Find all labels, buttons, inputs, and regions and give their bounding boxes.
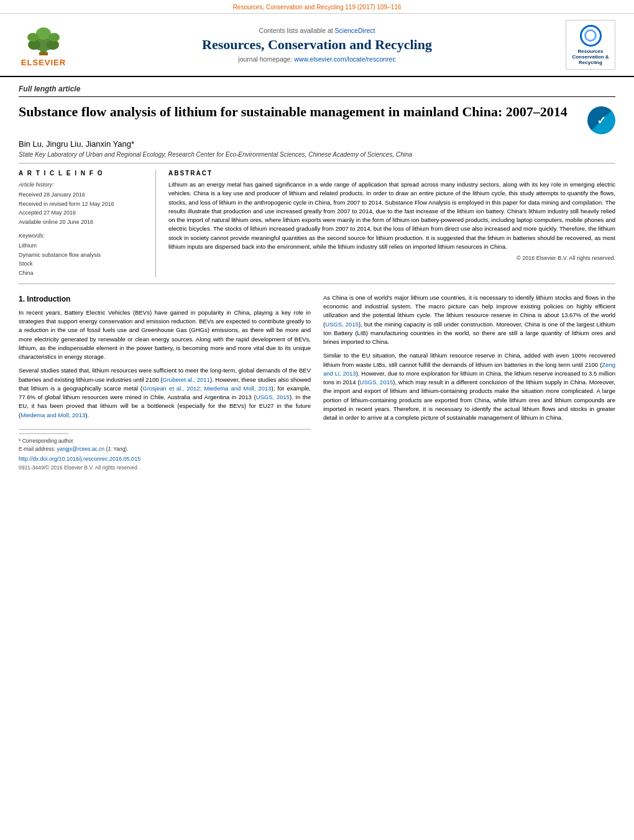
online-date: Available online 20 June 2016 (19, 218, 143, 226)
keyword-lithium: Lithium (19, 241, 143, 250)
crossmark-icon[interactable]: ✓ (587, 106, 615, 134)
usgs-2015-link[interactable]: USGS, 2015 (325, 321, 359, 328)
email-line: E-mail address: yangjx@rcees.ac.cn (J. Y… (19, 445, 311, 453)
rcr-inner-circle-icon (584, 29, 597, 42)
rcr-logo: Resources Conservation & Recycling (566, 20, 615, 70)
right-para-2: Similar to the EU situation, the natural… (323, 351, 615, 422)
journal-logo-right: Resources Conservation & Recycling (559, 20, 622, 70)
usgs-2015-link2[interactable]: USGS, 2015 (360, 379, 393, 385)
intro-heading: 1. Introduction (19, 293, 311, 305)
journal-center-info: Contents lists available at ScienceDirec… (75, 27, 559, 63)
issn-line: 0921-3449/© 2016 Elsevier B.V. All right… (19, 464, 311, 472)
received-date: Received 28 January 2016 (19, 190, 143, 199)
main-body-section: 1. Introduction In recent years, Battery… (19, 293, 615, 472)
contents-line: Contents lists available at ScienceDirec… (87, 27, 547, 34)
miedema-ref-link[interactable]: Miedema and Moll, 2013 (21, 412, 85, 418)
rcr-circle-icon (580, 25, 602, 47)
intro-para-1: In recent years, Battery Electric Vehicl… (19, 308, 311, 362)
article-info-abstract-section: A R T I C L E I N F O Article history: R… (19, 170, 615, 284)
journal-header: ELSEVIER Contents lists available at Sci… (0, 14, 634, 77)
elsevier-logo: ELSEVIER (12, 22, 75, 67)
affiliation-line: State Key Laboratory of Urban and Region… (19, 151, 615, 164)
email-name: (J. Yang). (106, 446, 128, 452)
abstract-text: Lithium as an energy metal has gained si… (168, 180, 615, 251)
history-title: Article history: (19, 180, 143, 189)
article-info-label: A R T I C L E I N F O (19, 170, 143, 177)
gruber-ref-link[interactable]: Gruberet al., 2011 (162, 376, 210, 383)
homepage-line: journal homepage: www.elsevier.com/locat… (87, 55, 547, 63)
keyword-stock: Stock (19, 259, 143, 268)
right-body-col: As China is one of world's major lithium… (323, 293, 615, 472)
article-type: Full length article (19, 85, 615, 97)
author-names: Bin Lu, Jingru Liu, Jianxin Yang* (19, 139, 134, 149)
elsevier-tree-icon (22, 22, 65, 57)
right-para-1: As China is one of world's major lithium… (323, 293, 615, 347)
article-info-col: A R T I C L E I N F O Article history: R… (19, 170, 143, 277)
page-wrapper: Resources, Conservation and Recycling 11… (0, 0, 634, 840)
zeng-li-link[interactable]: Zeng and Li, 2013 (323, 361, 615, 377)
doi-line: http://dx.doi.org/10.1016/j.resconrec.20… (19, 455, 311, 464)
elsevier-text: ELSEVIER (21, 58, 66, 67)
email-label: E-mail address: (19, 446, 55, 452)
abstract-col: ABSTRACT Lithium as an energy metal has … (168, 170, 615, 277)
article-title-section: Substance flow analysis of lithium for s… (19, 103, 615, 134)
left-body-col: 1. Introduction In recent years, Battery… (19, 293, 311, 472)
usgs2015-ref-link[interactable]: USGS, 2015 (256, 394, 290, 400)
footnote-section: * Corresponding author. E-mail address: … (19, 429, 311, 472)
sciencedirect-link[interactable]: ScienceDirect (335, 27, 375, 34)
authors-line: Bin Lu, Jingru Liu, Jianxin Yang* (19, 139, 615, 149)
copyright-line: © 2016 Elsevier B.V. All rights reserved… (168, 255, 615, 261)
svg-point-6 (48, 33, 60, 42)
rcr-line1: Resources (578, 48, 604, 54)
article-body: Full length article Substance flow analy… (0, 77, 634, 484)
top-reference-bar: Resources, Conservation and Recycling 11… (0, 0, 634, 14)
article-main-title: Substance flow analysis of lithium for s… (19, 103, 587, 121)
intro-para-2: Several studies stated that, lithium res… (19, 366, 311, 420)
keywords-section: Keywords: Lithium Dynamic substance flow… (19, 231, 143, 277)
email-link[interactable]: yangjx@rcees.ac.cn (57, 446, 104, 452)
journal-title-header: Resources, Conservation and Recycling (87, 37, 547, 53)
doi-link[interactable]: http://dx.doi.org/10.1016/j.resconrec.20… (19, 456, 140, 462)
corresponding-author: * Corresponding author. (19, 437, 311, 445)
journal-ref-link[interactable]: Resources, Conservation and Recycling 11… (233, 4, 402, 11)
col-divider (155, 170, 156, 277)
abstract-label: ABSTRACT (168, 170, 615, 177)
keyword-china: China (19, 269, 143, 277)
article-history: Article history: Received 28 January 201… (19, 180, 143, 226)
svg-rect-7 (39, 52, 48, 55)
keywords-label: Keywords: (19, 231, 143, 240)
homepage-link[interactable]: www.elsevier.com/locate/resconrec (294, 55, 395, 63)
svg-point-5 (27, 33, 39, 42)
keyword-dsfa: Dynamic substance flow analysis (19, 251, 143, 259)
rcr-line3: Recycling (579, 60, 602, 65)
footnote-divider-line (19, 433, 68, 434)
revised-date: Received in revised form 12 May 2016 (19, 200, 143, 208)
grosjean-ref-link[interactable]: Grosjean et al., 2012; Miedema and Moll,… (142, 385, 271, 392)
accepted-date: Accepted 27 May 2016 (19, 208, 143, 217)
rcr-line2: Conservation & (572, 54, 609, 60)
